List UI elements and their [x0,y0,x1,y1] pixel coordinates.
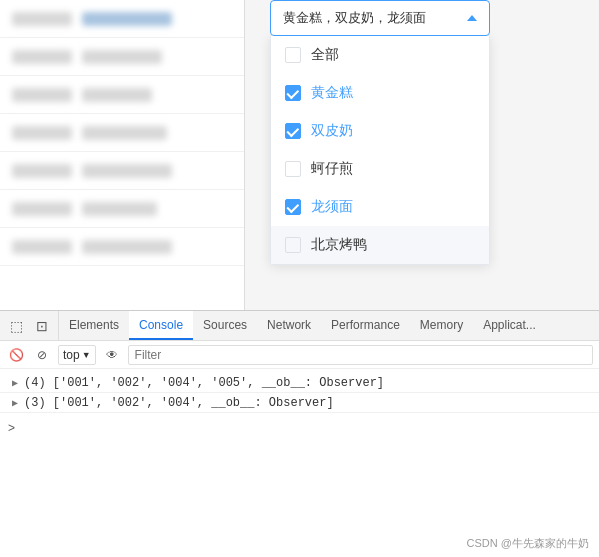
main-content-area: 黄金糕，双皮奶，龙须面 全部 黄金糕 双皮奶 蚵仔煎 [0,0,599,310]
blur-block [82,164,172,178]
devtools-panel: ⬚ ⊡ Elements Console Sources Network Per… [0,310,599,557]
blur-block [12,126,72,140]
dropdown-container: 黄金糕，双皮奶，龙须面 全部 黄金糕 双皮奶 蚵仔煎 [270,0,490,265]
blur-block [82,240,172,254]
dropdown-item-002[interactable]: 双皮奶 [271,112,489,150]
blur-block [12,88,72,102]
item-label-004: 龙须面 [311,198,353,216]
chevron-up-icon [467,15,477,21]
dropdown-item-all[interactable]: 全部 [271,36,489,74]
blur-block [12,202,72,216]
blur-block [82,88,152,102]
console-prompt[interactable]: > [0,417,599,439]
left-panel [0,0,245,310]
devtools-toolbar: ⬚ ⊡ Elements Console Sources Network Per… [0,311,599,341]
level-text: top [63,348,80,362]
blur-block [12,50,72,64]
blur-block [82,12,172,26]
checkbox-005[interactable] [285,237,301,253]
dropdown-item-001[interactable]: 黄金糕 [271,74,489,112]
level-select[interactable]: top ▼ [58,345,96,365]
console-line-1[interactable]: ▶ (4) ['001', '002', '004', '005', __ob_… [0,373,599,393]
blurred-row-3 [0,76,244,114]
dropdown-header[interactable]: 黄金糕，双皮奶，龙须面 [270,0,490,36]
console-line-1-text: (4) ['001', '002', '004', '005', __ob__:… [24,376,384,390]
tab-network[interactable]: Network [257,311,321,340]
item-label-001: 黄金糕 [311,84,353,102]
expand-arrow-1: ▶ [8,376,22,390]
item-label-005: 北京烤鸭 [311,236,367,254]
blur-block [82,202,157,216]
dropdown-item-005[interactable]: 北京烤鸭 [271,226,489,264]
tab-memory[interactable]: Memory [410,311,473,340]
prompt-symbol: > [8,421,15,435]
tab-elements[interactable]: Elements [59,311,129,340]
console-output: ▶ (4) ['001', '002', '004', '005', __ob_… [0,369,599,417]
item-label-003: 蚵仔煎 [311,160,353,178]
tab-application[interactable]: Applicat... [473,311,546,340]
inspect-icon[interactable]: ⬚ [4,314,28,338]
level-dropdown-icon: ▼ [82,350,91,360]
watermark: CSDN @牛先森家的牛奶 [467,536,589,551]
blur-block [82,50,162,64]
blurred-row-4 [0,114,244,152]
item-label-002: 双皮奶 [311,122,353,140]
expand-arrow-2: ▶ [8,396,22,410]
eye-icon[interactable]: 👁 [102,345,122,365]
toolbar-icons: ⬚ ⊡ [0,311,59,340]
checkbox-all[interactable] [285,47,301,63]
tab-console[interactable]: Console [129,311,193,340]
filter-icon[interactable]: ⊘ [32,345,52,365]
checkbox-003[interactable] [285,161,301,177]
blurred-row-5 [0,152,244,190]
filter-input[interactable] [128,345,593,365]
tab-performance[interactable]: Performance [321,311,410,340]
blurred-row-6 [0,190,244,228]
console-line-2[interactable]: ▶ (3) ['001', '002', '004', __ob__: Obse… [0,393,599,413]
checkbox-004[interactable] [285,199,301,215]
blur-block [12,240,72,254]
blurred-row-7 [0,228,244,266]
dropdown-item-004[interactable]: 龙须面 [271,188,489,226]
blurred-row-1 [0,0,244,38]
blur-block [12,12,72,26]
device-icon[interactable]: ⊡ [30,314,54,338]
console-line-2-text: (3) ['001', '002', '004', __ob__: Observ… [24,396,334,410]
console-toolbar: 🚫 ⊘ top ▼ 👁 [0,341,599,369]
tab-sources[interactable]: Sources [193,311,257,340]
blur-block [12,164,72,178]
blur-block [82,126,167,140]
dropdown-item-003[interactable]: 蚵仔煎 [271,150,489,188]
devtools-tabs: Elements Console Sources Network Perform… [59,311,599,340]
clear-console-icon[interactable]: 🚫 [6,345,26,365]
dropdown-header-text: 黄金糕，双皮奶，龙须面 [283,9,426,27]
item-label-all: 全部 [311,46,339,64]
checkbox-002[interactable] [285,123,301,139]
dropdown-list: 全部 黄金糕 双皮奶 蚵仔煎 龙须面 [270,36,490,265]
blurred-row-2 [0,38,244,76]
checkbox-001[interactable] [285,85,301,101]
